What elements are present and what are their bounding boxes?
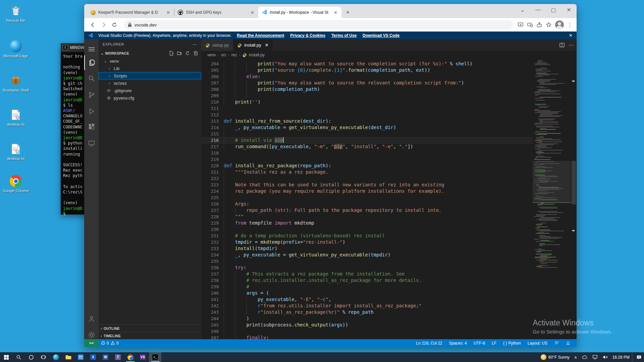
- language-mode[interactable]: { }Python: [501, 341, 523, 346]
- line-number: 230: [201, 226, 219, 233]
- send-to-devices-icon[interactable]: [527, 22, 533, 28]
- tab-close-icon[interactable]: ✕: [264, 43, 269, 48]
- tab-close-icon[interactable]: ✕: [333, 10, 338, 15]
- banner-link[interactable]: Privacy & Cookies: [290, 33, 325, 38]
- tray-chevron-icon[interactable]: ∧: [572, 352, 580, 362]
- browser-tab[interactable]: Keeper® Password Manager & D✕: [87, 7, 174, 18]
- indentation[interactable]: Spaces: 4: [447, 341, 469, 346]
- search-icon[interactable]: [84, 71, 99, 86]
- taskbar-icon-pinned-app-3[interactable]: W: [99, 352, 112, 362]
- notifications-bell-icon[interactable]: [564, 341, 573, 346]
- forward-icon[interactable]: [99, 20, 108, 29]
- share-icon[interactable]: [536, 22, 542, 28]
- explorer-more-icon[interactable]: ⋯: [193, 42, 198, 47]
- new-folder-icon[interactable]: [177, 51, 182, 56]
- problems-status[interactable]: 0 0: [99, 341, 121, 346]
- editor-tab-setup.py[interactable]: setup.py: [201, 39, 233, 51]
- close-button[interactable]: ✕: [561, 4, 577, 15]
- taskbar-icon-pinned-app-5[interactable]: VS: [137, 352, 149, 362]
- profile-avatar[interactable]: [555, 20, 564, 29]
- keyboard-layout[interactable]: Layout: US: [525, 341, 550, 346]
- workspace-section[interactable]: ⌄ WORKSPACE: [99, 49, 201, 57]
- taskbar-icon-search[interactable]: [12, 352, 25, 362]
- breadcrumb-item[interactable]: install.py: [249, 53, 265, 57]
- new-file-icon[interactable]: [169, 51, 174, 56]
- tree-item-lib[interactable]: ›Lib: [99, 65, 201, 72]
- desktop-icon-google-chrome[interactable]: Google Chrome: [1, 174, 30, 193]
- taskbar-icon-pinned-app-2[interactable]: X: [87, 352, 99, 362]
- run-debug-icon[interactable]: [84, 104, 99, 119]
- action-center-icon[interactable]: [634, 352, 644, 362]
- taskbar-icon-cortana[interactable]: [25, 352, 37, 362]
- onedrive-icon[interactable]: [580, 352, 590, 362]
- remote-explorer-icon[interactable]: [84, 136, 99, 151]
- taskbar-icon-terminal[interactable]: >_: [149, 352, 161, 362]
- reload-icon[interactable]: [110, 20, 119, 29]
- taskbar-icon-pinned-app-4[interactable]: T: [112, 352, 124, 362]
- breadcrumb-item[interactable]: src: [221, 53, 226, 57]
- taskbar-icon-start[interactable]: [0, 352, 12, 362]
- volume-muted-icon[interactable]: [600, 352, 610, 362]
- timeline-section[interactable]: › TIMELINE: [99, 332, 201, 339]
- new-tab-button[interactable]: +: [341, 8, 352, 18]
- banner-link[interactable]: Read the Announcement: [237, 33, 284, 38]
- install-app-icon[interactable]: [518, 22, 524, 28]
- clock[interactable]: 16:28 PM: [610, 352, 632, 362]
- desktop-icon-microsoft-edge[interactable]: Microsoft Edge: [1, 40, 30, 58]
- eol-sequence[interactable]: LF: [489, 341, 499, 346]
- collapse-all-icon[interactable]: [193, 51, 198, 56]
- desktop-icon-desktop-ini-2[interactable]: desktop.ini: [1, 142, 30, 161]
- banner-link[interactable]: Terms of Use: [331, 33, 357, 38]
- lock-icon[interactable]: [128, 22, 132, 27]
- cursor-position[interactable]: Ln 216, Col 22: [414, 341, 444, 346]
- feedback-icon[interactable]: [552, 341, 561, 345]
- banner-link[interactable]: Download VS Code: [363, 33, 399, 38]
- taskbar-icon-file-explorer[interactable]: [62, 352, 74, 362]
- tree-item-venv[interactable]: ⌄venv: [99, 57, 201, 65]
- refresh-icon[interactable]: [185, 51, 190, 56]
- editor-tab-install.py[interactable]: install.py✕: [233, 39, 273, 51]
- tab-close-icon[interactable]: ✕: [250, 10, 255, 15]
- remote-indicator[interactable]: ><: [84, 339, 99, 347]
- desktop-icon-boxstarter-shell[interactable]: Boxstarter Shell: [1, 74, 30, 93]
- tree-item--gitignore[interactable]: .gitignore: [99, 87, 201, 94]
- tree-item-src-rez[interactable]: ›src\rez: [99, 79, 201, 87]
- accounts-icon[interactable]: [84, 311, 99, 326]
- back-icon[interactable]: [88, 20, 98, 29]
- banner-close-icon[interactable]: ✕: [569, 33, 573, 38]
- browser-menu-icon[interactable]: ⋮: [567, 22, 573, 28]
- taskbar-icon-chrome[interactable]: [124, 352, 137, 362]
- tree-item-pyvenv-cfg[interactable]: pyvenv.cfg: [99, 94, 201, 102]
- tree-item-scripts[interactable]: ›Scripts: [99, 72, 201, 79]
- menu-icon[interactable]: [84, 42, 99, 57]
- taskbar-icon-edge[interactable]: [50, 352, 62, 362]
- tab-search-icon[interactable]: ⌄: [515, 4, 530, 15]
- taskbar-icon-pinned-app-1[interactable]: [74, 352, 87, 362]
- encoding[interactable]: UTF-8: [471, 341, 487, 346]
- taskbar-icon-task-view[interactable]: [37, 352, 50, 362]
- browser-tab[interactable]: SSH and GPG keys✕: [174, 7, 258, 18]
- minimize-button[interactable]: —: [530, 4, 546, 15]
- minimap[interactable]: [533, 59, 571, 339]
- source-control-icon[interactable]: [84, 87, 99, 102]
- desktop-icon-recycle-bin[interactable]: Recycle Bin: [1, 4, 30, 23]
- browser-tab[interactable]: install.py - Workspace - Visual St✕: [258, 7, 341, 18]
- scrollbar-thumb[interactable]: [572, 161, 576, 204]
- tab-close-icon[interactable]: ✕: [166, 10, 171, 15]
- split-editor-icon[interactable]: [559, 43, 565, 48]
- extensions-icon[interactable]: [84, 119, 99, 134]
- breadcrumb-item[interactable]: rez: [231, 53, 237, 57]
- code-editor[interactable]: 203204 print("You may also want to sourc…: [201, 59, 577, 339]
- more-actions-icon[interactable]: ⋯: [569, 42, 574, 48]
- desktop-icon-desktop-ini-1[interactable]: desktop.ini: [1, 108, 30, 127]
- breadcrumb-item[interactable]: venv: [207, 53, 216, 57]
- url-text[interactable]: vscode.dev: [135, 22, 157, 27]
- weather-widget[interactable]: 60°F Sunny: [538, 352, 572, 362]
- network-icon[interactable]: [590, 352, 600, 362]
- editor-scrollbar[interactable]: [571, 59, 577, 339]
- address-bar[interactable]: vscode.dev: [124, 20, 513, 29]
- maximize-button[interactable]: ▢: [546, 4, 561, 15]
- explorer-icon[interactable]: [84, 55, 99, 70]
- outline-section[interactable]: › OUTLINE: [99, 324, 201, 332]
- bookmark-star-icon[interactable]: [546, 22, 552, 28]
